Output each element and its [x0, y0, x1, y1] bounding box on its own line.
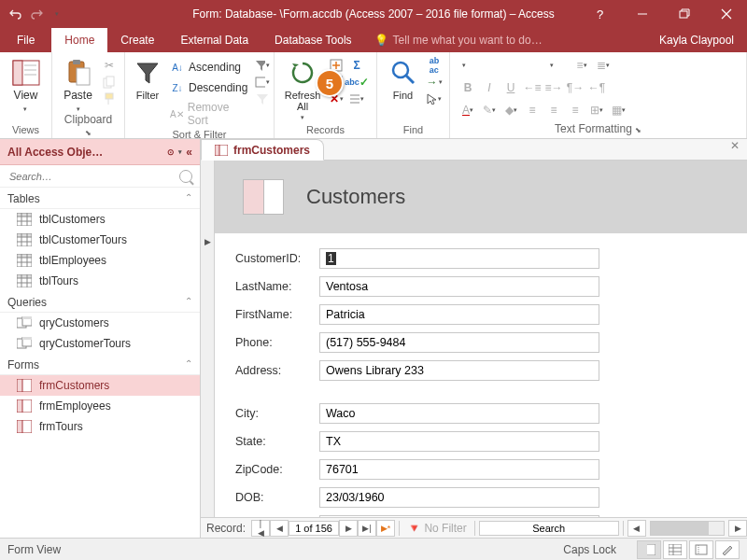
field-input[interactable]: Waco — [319, 403, 599, 424]
spelling-icon[interactable]: abc✓ — [349, 75, 364, 90]
align-right-icon[interactable]: ≡ — [565, 101, 585, 119]
nav-menu-icon[interactable]: ⊙ — [167, 147, 175, 157]
nav-collapse-icon[interactable]: « — [186, 146, 192, 159]
nav-item[interactable]: frmCustomers — [0, 375, 200, 396]
alt-row-icon[interactable]: ▦▾ — [608, 101, 628, 119]
hscroll-right[interactable]: ▶ — [728, 520, 747, 537]
gridlines-icon[interactable]: ⊞▾ — [586, 101, 607, 119]
nav-item[interactable]: frmEmployees — [0, 396, 200, 416]
field-input[interactable]: 919-12-2082 — [319, 515, 599, 517]
ltr-icon[interactable]: ¶→ — [565, 78, 585, 97]
field-input[interactable]: 76701 — [319, 459, 599, 480]
align-left-icon[interactable]: ≡ — [522, 101, 543, 119]
nav-item[interactable]: tblCustomerTours — [0, 230, 200, 250]
inc-indent-icon[interactable]: ≡→ — [543, 78, 564, 97]
numbering-icon[interactable]: ≣▾ — [593, 56, 613, 75]
dec-indent-icon[interactable]: ←≡ — [522, 78, 543, 97]
totals-icon[interactable]: Σ — [349, 58, 364, 73]
more-records-icon[interactable]: ▾ — [349, 91, 364, 106]
highlight-icon[interactable]: ✎▾ — [479, 101, 500, 119]
select-icon[interactable]: ▾ — [427, 91, 442, 106]
object-tab[interactable]: frmCustomers — [201, 139, 324, 161]
field-input[interactable]: TX — [319, 431, 599, 452]
font-size[interactable]: ▾ — [533, 56, 571, 75]
align-center-icon[interactable]: ≡ — [543, 101, 564, 119]
filter-button[interactable]: Filter — [133, 56, 162, 101]
nav-header[interactable]: All Access Obje… ⊙▾« — [0, 139, 200, 165]
new-record-nav-button[interactable]: ▶* — [376, 520, 395, 537]
horizontal-scrollbar[interactable] — [650, 521, 725, 536]
next-record-button[interactable]: ▶ — [339, 520, 358, 537]
find-button[interactable]: Find — [385, 56, 421, 101]
hscroll-left[interactable]: ◀ — [627, 520, 646, 537]
fill-color-icon[interactable]: ◆▾ — [500, 101, 521, 119]
sort-desc-button[interactable]: Z↓Descending — [168, 78, 249, 97]
font-color-icon[interactable]: A▾ — [458, 101, 478, 119]
view-button[interactable]: View▾ — [7, 56, 44, 113]
object-icon — [17, 233, 32, 246]
field-input[interactable]: (517) 555-9484 — [319, 332, 599, 353]
close-tab-icon[interactable]: ✕ — [723, 139, 747, 160]
nav-group-queries[interactable]: Queries⌃ — [0, 291, 200, 313]
prev-record-button[interactable]: ◀ — [270, 520, 289, 537]
design-view-button[interactable] — [715, 540, 740, 559]
svg-line-21 — [406, 76, 414, 83]
form-header: Customers — [215, 161, 747, 233]
tab-create[interactable]: Create — [107, 28, 167, 52]
selection-filter-icon[interactable]: ▾ — [255, 58, 270, 73]
underline-button[interactable]: U — [500, 78, 521, 97]
copy-icon[interactable] — [102, 75, 117, 90]
bullets-icon[interactable]: ≡▾ — [571, 56, 592, 75]
toggle-filter-icon[interactable] — [255, 91, 270, 106]
undo-icon[interactable] — [9, 7, 22, 21]
remove-sort-button[interactable]: A✕Remove Sort — [168, 99, 249, 129]
tell-me[interactable]: 💡Tell me what you want to do… — [365, 28, 552, 52]
format-painter-icon[interactable] — [102, 91, 117, 106]
goto-icon[interactable]: →▾ — [427, 75, 442, 90]
record-selector-bar[interactable]: ▶ — [201, 161, 215, 517]
tab-database-tools[interactable]: Database Tools — [261, 28, 365, 52]
tab-file[interactable]: File — [0, 28, 51, 52]
nav-search[interactable] — [0, 165, 200, 188]
help-icon[interactable]: ? — [579, 0, 621, 28]
restore-icon[interactable] — [663, 0, 705, 28]
field-input[interactable]: Ventosa — [319, 276, 599, 297]
record-position[interactable] — [289, 521, 339, 536]
minimize-icon[interactable] — [621, 0, 663, 28]
font-name[interactable]: ▾ — [458, 56, 532, 75]
datasheet-view-button[interactable] — [663, 540, 687, 559]
field-input[interactable]: Patricia — [319, 304, 599, 325]
redo-icon[interactable] — [30, 7, 43, 21]
field-input[interactable]: 23/03/1960 — [319, 487, 599, 508]
record-search[interactable] — [479, 521, 619, 536]
paste-button[interactable]: Paste▾ — [60, 56, 96, 113]
nav-item[interactable]: frmTours — [0, 416, 200, 437]
italic-button[interactable]: I — [479, 78, 500, 97]
filter-indicator[interactable]: 🔻 No Filter — [403, 522, 471, 535]
nav-item[interactable]: tblCustomers — [0, 209, 200, 230]
nav-item[interactable]: tblEmployees — [0, 250, 200, 271]
replace-icon[interactable]: abac — [427, 58, 442, 73]
field-input[interactable]: 1 — [319, 248, 599, 269]
field-input[interactable]: Owens Library 233 — [319, 360, 599, 381]
tab-home[interactable]: Home — [51, 28, 107, 52]
nav-item[interactable]: qryCustomers — [0, 313, 200, 333]
close-icon[interactable] — [705, 0, 747, 28]
form-view-button[interactable] — [637, 540, 661, 559]
sort-asc-button[interactable]: A↓Ascending — [168, 58, 249, 77]
tab-external-data[interactable]: External Data — [167, 28, 261, 52]
bold-button[interactable]: B — [458, 78, 478, 97]
nav-item[interactable]: tblTours — [0, 271, 200, 291]
first-record-button[interactable]: |◀ — [251, 520, 270, 537]
layout-view-button[interactable] — [689, 540, 713, 559]
qat-more-icon[interactable]: ▾ — [50, 7, 63, 21]
nav-group-tables[interactable]: Tables⌃ — [0, 188, 200, 209]
nav-search-input[interactable] — [7, 170, 179, 183]
rtl-icon[interactable]: ←¶ — [586, 78, 607, 97]
cut-icon[interactable]: ✂ — [102, 58, 117, 73]
user-name[interactable]: Kayla Claypool — [646, 28, 747, 52]
last-record-button[interactable]: ▶| — [358, 520, 376, 537]
advanced-filter-icon[interactable]: ▾ — [255, 75, 270, 90]
nav-item[interactable]: qryCustomerTours — [0, 333, 200, 354]
nav-group-forms[interactable]: Forms⌃ — [0, 354, 200, 375]
